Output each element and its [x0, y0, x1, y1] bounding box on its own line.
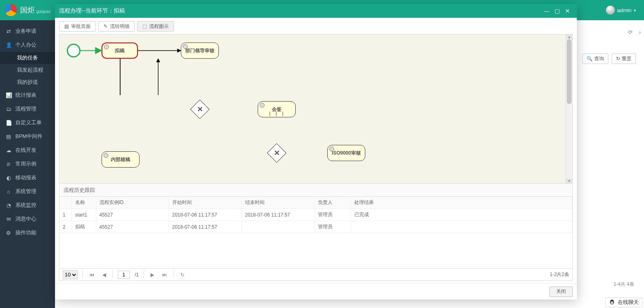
pager-next-icon[interactable]: ▶: [149, 272, 156, 278]
qq-icon: [609, 299, 615, 306]
brand-mark-icon: [5, 4, 17, 16]
more-icon[interactable]: ›: [638, 29, 642, 35]
scroll-up-icon[interactable]: ▴: [566, 34, 572, 39]
table-row[interactable]: 1 start1 45527 2018-07-06 11:17:57 2018-…: [59, 209, 572, 221]
sidebar-sub-my-started[interactable]: 我发起流程: [0, 64, 55, 76]
brand-name: 国炬: [20, 5, 35, 15]
sidebar-item-msg[interactable]: ✉消息中心: [0, 212, 55, 226]
svg-point-18: [612, 302, 613, 302]
brand-sub: guojuso: [36, 9, 51, 14]
history-table: 名称 流程实例ID 开始时间 结束时间 负责人 处理结果 1 start1 45…: [59, 197, 573, 269]
multi-instance-icon: | | |: [269, 111, 285, 116]
file-icon: 📄: [6, 120, 11, 126]
reset-icon: ↻: [616, 56, 620, 62]
user-task-icon: [104, 153, 108, 158]
reset-button[interactable]: ↻ 重置: [612, 53, 636, 64]
svg-point-17: [611, 302, 612, 302]
main-record-summary: 1-4共 4条: [614, 281, 634, 288]
chat-label: 在线聊天: [618, 299, 639, 306]
user-menu[interactable]: admin ▾: [603, 6, 639, 15]
sidebar-item-form[interactable]: 📄自定义工单: [0, 116, 55, 130]
tab-approval-page[interactable]: ▤ 审批页面: [59, 21, 96, 32]
sidebar-item-example[interactable]: ⎚常用示例: [0, 157, 55, 171]
sidebar: ⇄ 业务申请 👤 个人办公 我的任务 我发起流程 我的抄送 📊统计报表 🗂流程管…: [0, 20, 55, 308]
sidebar-item-monitor[interactable]: ◔系统监控: [0, 198, 55, 212]
screen-icon: ⎚: [6, 161, 11, 167]
nav-label: 个人办公: [15, 41, 36, 49]
user-task-icon: [329, 147, 334, 151]
svg-point-19: [612, 302, 613, 302]
node-dept-review[interactable]: 部门领导审核: [181, 42, 219, 59]
tab-transfer-detail[interactable]: ✎ 流转明细: [98, 21, 135, 32]
brand-logo: 国炬 guojuso: [5, 4, 51, 16]
sidebar-sub-my-cc[interactable]: 我的抄送: [0, 76, 55, 88]
pager-prev-icon[interactable]: ◀: [101, 272, 108, 278]
caret-down-icon: ▾: [634, 8, 636, 13]
diagram-scrollbar[interactable]: ▴ ▾: [566, 34, 572, 183]
gateway-1[interactable]: ✕: [190, 100, 210, 119]
sidebar-item-bpm[interactable]: ▤BPM中间件: [0, 130, 55, 143]
sidebar-item-biz-apply[interactable]: ⇄ 业务申请: [0, 24, 55, 38]
user-task-icon: [104, 45, 109, 49]
layers-icon: ▤: [6, 134, 11, 140]
sidebar-item-mobile-rpt[interactable]: ◐移动报表: [0, 171, 55, 185]
node-internal-check[interactable]: 内部核稿: [102, 151, 140, 168]
sitemap-icon: 🗂: [6, 106, 11, 112]
history-title: 流程历史跟踪: [59, 184, 573, 197]
node-iso[interactable]: ISO9000审核: [327, 145, 365, 161]
pager-first-icon[interactable]: ⏮: [88, 272, 96, 278]
search-icon: 🔍: [587, 56, 593, 62]
page-size-select[interactable]: 10: [63, 270, 78, 279]
dialog-tabs: ▤ 审批页面 ✎ 流转明细 ⬚ 流程图示: [59, 21, 573, 32]
diagram-container: 拟稿 部门领导审核 ✕ 会签 | | | ✕: [59, 34, 573, 184]
message-icon: ✉: [6, 216, 11, 222]
sidebar-item-sys-mgmt[interactable]: ⌂系统管理: [0, 185, 55, 198]
home-icon: ⌂: [6, 189, 11, 195]
diagram-icon: ⬚: [142, 23, 147, 29]
scroll-down-icon[interactable]: ▾: [566, 178, 572, 183]
plugin-icon: ⚙: [6, 230, 11, 236]
start-event[interactable]: [67, 44, 80, 57]
chart-icon: 📊: [6, 92, 11, 98]
user-task-icon: [183, 44, 188, 49]
reset-label: 重置: [622, 55, 631, 62]
edit-history-icon: ✎: [104, 23, 108, 29]
dialog-close-button[interactable]: 关闭: [549, 287, 573, 297]
globe-icon: ◐: [6, 175, 11, 181]
table-row[interactable]: 2 拟稿 45527 2018-07-06 11:17:57 管理员: [59, 221, 572, 233]
refresh-icon[interactable]: ⟳: [627, 29, 634, 35]
user-icon: 👤: [6, 42, 11, 48]
user-task-icon: [260, 103, 265, 108]
gateway-2[interactable]: ✕: [267, 143, 286, 163]
sidebar-item-report[interactable]: 📊统计报表: [0, 88, 55, 102]
bpmn-diagram[interactable]: 拟稿 部门领导审核 ✕ 会签 | | | ✕: [59, 34, 566, 183]
sidebar-item-personal[interactable]: 👤 个人办公: [0, 38, 55, 52]
minimize-button[interactable]: —: [541, 6, 552, 15]
chat-widget[interactable]: 在线聊天: [605, 297, 642, 307]
sidebar-sub-my-task[interactable]: 我的任务: [0, 52, 55, 64]
pager-page-input[interactable]: [118, 271, 130, 279]
cloud-icon: ☁: [6, 147, 11, 153]
sidebar-item-plugin[interactable]: ⚙插件功能: [0, 226, 55, 240]
pager-refresh-icon[interactable]: ↻: [179, 272, 186, 278]
form-icon: ▤: [64, 23, 69, 29]
pager-total-pages: /1: [135, 272, 139, 278]
close-button[interactable]: ✕: [562, 6, 573, 15]
tab-flow-diagram[interactable]: ⬚ 流程图示: [137, 21, 174, 32]
search-label: 查询: [594, 55, 604, 62]
pager-summary: 1-2共2条: [550, 271, 569, 278]
maximize-button[interactable]: ▢: [552, 6, 562, 15]
pager-last-icon[interactable]: ⏭: [161, 272, 169, 278]
sidebar-item-online-dev[interactable]: ☁在线开发: [0, 143, 55, 157]
sidebar-item-flow-mgmt[interactable]: 🗂流程管理: [0, 102, 55, 116]
node-countersign[interactable]: 会签 | | |: [258, 101, 296, 117]
dialog-titlebar[interactable]: 流程办理--当前环节：拟稿 — ▢ ✕: [55, 4, 577, 18]
table-header-row: 名称 流程实例ID 开始时间 结束时间 负责人 处理结果: [59, 197, 572, 209]
user-name: admin: [617, 7, 631, 13]
search-button[interactable]: 🔍 查询: [582, 53, 608, 64]
dialog-title: 流程办理--当前环节：拟稿: [59, 7, 541, 15]
scroll-thumb[interactable]: [567, 39, 572, 104]
nav-label: 业务申请: [15, 28, 36, 35]
avatar-icon: [606, 6, 615, 15]
node-draft[interactable]: 拟稿: [102, 42, 138, 59]
